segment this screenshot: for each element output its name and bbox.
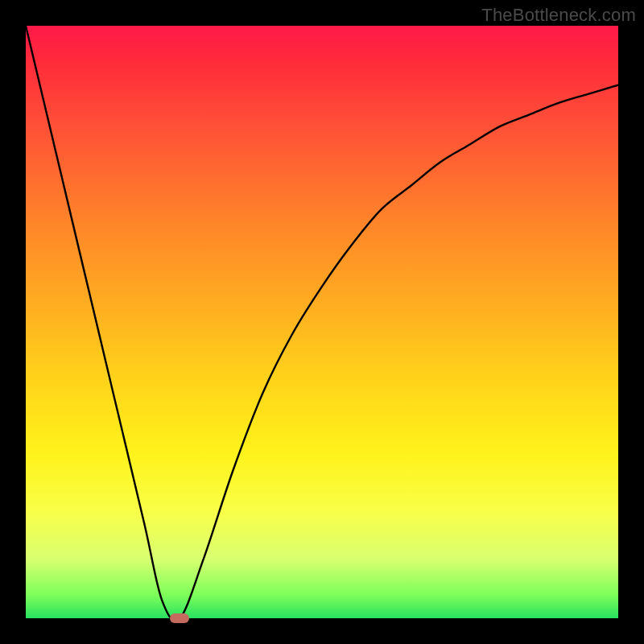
chart-frame: TheBottleneck.com xyxy=(0,0,644,644)
watermark-text: TheBottleneck.com xyxy=(481,5,636,26)
curve-svg xyxy=(26,26,618,618)
bottleneck-curve-path xyxy=(26,26,618,621)
plot-area xyxy=(26,26,618,618)
min-marker xyxy=(170,613,189,623)
